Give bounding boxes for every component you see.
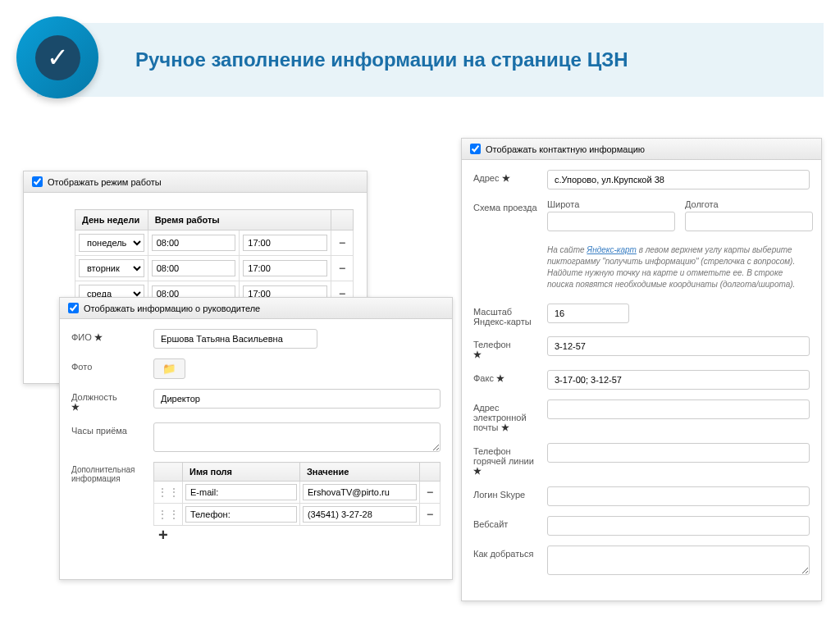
table-row: вторник − <box>75 256 354 281</box>
zoom-input[interactable] <box>547 304 629 323</box>
fio-input[interactable] <box>153 329 317 349</box>
photo-label: Фото <box>71 358 145 372</box>
remove-row-button[interactable]: − <box>422 486 437 499</box>
fio-label: ФИО ★ <box>71 329 145 343</box>
drag-handle-icon[interactable]: ⋮⋮ <box>154 482 183 504</box>
hotline-label: Телефон горячей линии ★ <box>473 443 539 477</box>
address-input[interactable] <box>547 170 810 189</box>
lng-input[interactable] <box>685 212 813 231</box>
time-to-input[interactable] <box>243 235 327 251</box>
schedule-header-label: Отображать режим работы <box>48 177 162 187</box>
schedule-header: Отображать режим работы <box>24 171 367 193</box>
time-to-input[interactable] <box>243 260 327 276</box>
col-day: День недели <box>75 210 148 231</box>
extra-field-input[interactable] <box>185 484 297 500</box>
contact-checkbox[interactable] <box>470 144 481 154</box>
skype-label: Логин Skype <box>473 486 539 500</box>
contact-panel: Отображать контактную информацию Адрес ★… <box>461 138 822 601</box>
lng-label: Долгота <box>685 199 813 209</box>
contact-header-label: Отображать контактную информацию <box>486 144 645 154</box>
extra-field-input[interactable] <box>185 506 297 523</box>
email-input[interactable] <box>547 399 810 419</box>
phone-input[interactable] <box>547 336 810 356</box>
email-label: Адрес электронной почты ★ <box>473 399 539 433</box>
time-from-input[interactable] <box>152 235 236 251</box>
table-row: ⋮⋮ − <box>154 482 441 504</box>
website-input[interactable] <box>547 516 810 536</box>
manager-header-label: Отображать информацию о руководителе <box>84 304 260 313</box>
lat-label: Широта <box>547 199 675 209</box>
hours-label: Часы приёма <box>71 422 145 436</box>
phone-label: Телефон★ <box>473 336 539 360</box>
day-select[interactable]: вторник <box>79 259 144 277</box>
hours-input[interactable] <box>153 422 441 452</box>
fax-label: Факс ★ <box>473 370 539 384</box>
add-row-button[interactable]: + <box>153 524 173 546</box>
schedule-table: День недели Время работы понедельник − в… <box>75 209 354 307</box>
extra-table: Имя поля Значение ⋮⋮ − ⋮⋮ <box>153 462 441 526</box>
photo-upload-button[interactable]: 📁 <box>153 358 185 379</box>
drag-handle-icon[interactable]: ⋮⋮ <box>154 504 183 526</box>
extra-value-input[interactable] <box>303 506 417 523</box>
manager-header: Отображать информацию о руководителе <box>60 298 452 319</box>
schedule-checkbox[interactable] <box>32 176 43 187</box>
check-icon: ✓ <box>35 35 80 80</box>
route-label: Схема проезда <box>473 199 539 212</box>
yandex-maps-link[interactable]: Яндекс-карт <box>587 245 637 254</box>
hotline-input[interactable] <box>547 443 810 463</box>
col-time: Время работы <box>148 210 331 231</box>
folder-icon: 📁 <box>162 363 176 375</box>
page-title: Ручное заполнение информации на странице… <box>135 48 628 71</box>
position-label: Должность★ <box>71 389 145 413</box>
manager-panel: Отображать информацию о руководителе ФИО… <box>59 297 453 580</box>
zoom-label: Масштаб Яндекс-карты <box>473 304 539 326</box>
position-input[interactable] <box>153 389 441 409</box>
day-select[interactable]: понедельник <box>79 234 144 252</box>
col-value: Значение <box>299 463 419 482</box>
website-label: Вебсайт <box>473 516 539 529</box>
map-hint: На сайте Яндекс-карт в левом верхнем угл… <box>547 241 810 294</box>
remove-row-button[interactable]: − <box>422 508 437 521</box>
manager-checkbox[interactable] <box>68 303 79 313</box>
lat-input[interactable] <box>547 212 675 231</box>
extra-value-input[interactable] <box>303 484 417 500</box>
skype-input[interactable] <box>547 486 810 506</box>
time-from-input[interactable] <box>152 260 236 276</box>
col-field: Имя поля <box>183 463 300 482</box>
contact-header: Отображать контактную информацию <box>462 139 821 160</box>
extra-label: Дополнительная информация <box>71 462 145 483</box>
badge-icon: ✓ <box>16 16 107 131</box>
remove-row-button[interactable]: − <box>335 236 349 249</box>
address-label: Адрес ★ <box>473 170 539 184</box>
fax-input[interactable] <box>547 370 810 390</box>
table-row: понедельник − <box>75 231 354 256</box>
table-row: ⋮⋮ − <box>154 504 441 526</box>
directions-label: Как добраться <box>473 546 539 559</box>
directions-input[interactable] <box>547 546 810 575</box>
header-banner: Ручное заполнение информации на странице… <box>37 23 824 97</box>
remove-row-button[interactable]: − <box>335 262 349 275</box>
